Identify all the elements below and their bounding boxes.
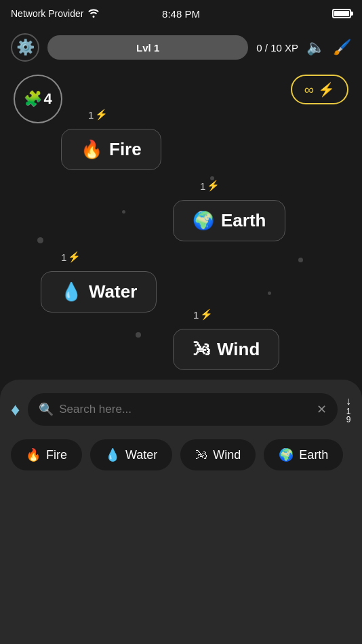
- water-chip-emoji: 💧: [105, 447, 120, 462]
- gear-icon: ⚙️: [16, 39, 35, 56]
- puzzle-count: 4: [43, 90, 52, 108]
- sound-icon: 🔈: [306, 39, 325, 56]
- charge-lightning-earth: ⚡: [207, 180, 220, 192]
- brush-button[interactable]: 🖌️: [333, 39, 351, 56]
- diamond-icon[interactable]: ♦: [11, 399, 20, 420]
- earth-chip-label: Earth: [299, 448, 328, 462]
- fire-chip-label: Fire: [46, 448, 67, 462]
- search-icon: 🔍: [39, 402, 54, 417]
- clear-icon: ✕: [317, 403, 327, 416]
- level-label: Lvl 1: [136, 42, 159, 54]
- charge-lightning-wind: ⚡: [200, 308, 213, 321]
- earth-emoji: 🌍: [193, 210, 214, 231]
- element-card-fire[interactable]: 🔥 Fire: [61, 129, 161, 170]
- game-area: 🧩 4 ∞ ⚡ 1⚡ 🔥 Fire 1⚡ 🌍 Earth 1⚡ 💧 Water …: [0, 68, 362, 414]
- earth-chip-emoji: 🌍: [279, 447, 294, 462]
- dot-7: [122, 210, 125, 214]
- sort-numbers: 19: [346, 407, 351, 424]
- bottom-panel: ♦ 🔍 ✕ ↓ 19 🔥 Fire 💧 Water 🌬 Wind 🌍 Earth: [0, 380, 362, 644]
- charge-number-earth: 1: [200, 180, 205, 192]
- charge-label-earth: 1⚡: [200, 180, 220, 192]
- element-card-water[interactable]: 💧 Water: [41, 271, 157, 313]
- dot-2: [37, 237, 43, 243]
- water-emoji: 💧: [60, 281, 82, 302]
- puzzle-badge[interactable]: 🧩 4: [14, 75, 62, 123]
- network-provider: Network Provider: [11, 8, 83, 19]
- wind-chip-emoji: 🌬: [195, 448, 207, 462]
- wind-label: Wind: [217, 339, 260, 360]
- battery-fill: [334, 11, 349, 16]
- status-bar: Network Provider 8:48 PM: [0, 0, 362, 27]
- chip-wind[interactable]: 🌬 Wind: [180, 439, 256, 470]
- dot-5: [136, 332, 141, 338]
- clear-button[interactable]: ✕: [317, 402, 327, 417]
- sort-arrow-icon: ↓: [346, 395, 351, 407]
- element-card-wind[interactable]: 🌬 Wind: [173, 329, 279, 370]
- clock: 8:48 PM: [162, 8, 200, 20]
- brush-icon: 🖌️: [333, 39, 351, 56]
- charge-label-water: 1⚡: [61, 251, 81, 263]
- fire-chip-emoji: 🔥: [26, 447, 41, 462]
- charge-label-fire: 1⚡: [88, 108, 108, 121]
- charge-number-wind: 1: [193, 309, 199, 321]
- xp-display: 0 / 10 XP: [256, 42, 298, 54]
- water-label: Water: [89, 281, 137, 302]
- water-chip-label: Water: [125, 448, 157, 462]
- battery-area: [332, 9, 351, 18]
- chip-fire[interactable]: 🔥 Fire: [11, 439, 82, 470]
- dot-3: [298, 258, 303, 262]
- charge-label-wind: 1⚡: [193, 308, 213, 321]
- element-card-earth[interactable]: 🌍 Earth: [173, 200, 285, 241]
- puzzle-icon: 🧩: [24, 90, 42, 108]
- wifi-icon: [87, 8, 100, 20]
- charge-number-fire: 1: [88, 109, 94, 121]
- charge-lightning-water: ⚡: [68, 251, 81, 263]
- search-row: ♦ 🔍 ✕ ↓ 19: [11, 393, 351, 426]
- search-input[interactable]: [59, 403, 311, 416]
- infinity-badge[interactable]: ∞ ⚡: [291, 75, 348, 104]
- charge-number-water: 1: [61, 251, 66, 263]
- fire-label: Fire: [109, 139, 142, 160]
- chip-earth[interactable]: 🌍 Earth: [264, 439, 343, 470]
- lightning-icon: ⚡: [318, 81, 335, 98]
- level-badge: Lvl 1: [47, 35, 248, 60]
- wind-emoji: 🌬: [193, 339, 210, 360]
- fire-emoji: 🔥: [81, 139, 102, 160]
- dot-8: [268, 291, 271, 295]
- infinity-symbol: ∞: [304, 82, 314, 98]
- network-info: Network Provider: [11, 8, 100, 20]
- search-bar: 🔍 ✕: [28, 393, 338, 426]
- chip-water[interactable]: 💧 Water: [90, 439, 172, 470]
- sound-button[interactable]: 🔈: [306, 39, 325, 56]
- battery-icon: [332, 9, 351, 18]
- chips-row: 🔥 Fire 💧 Water 🌬 Wind 🌍 Earth: [11, 439, 351, 470]
- earth-label: Earth: [221, 210, 266, 231]
- toolbar: ⚙️ Lvl 1 0 / 10 XP 🔈 🖌️: [0, 27, 362, 68]
- wind-chip-label: Wind: [213, 448, 241, 462]
- charge-lightning-fire: ⚡: [95, 108, 108, 121]
- sort-button[interactable]: ↓ 19: [346, 395, 351, 424]
- settings-button[interactable]: ⚙️: [11, 33, 39, 62]
